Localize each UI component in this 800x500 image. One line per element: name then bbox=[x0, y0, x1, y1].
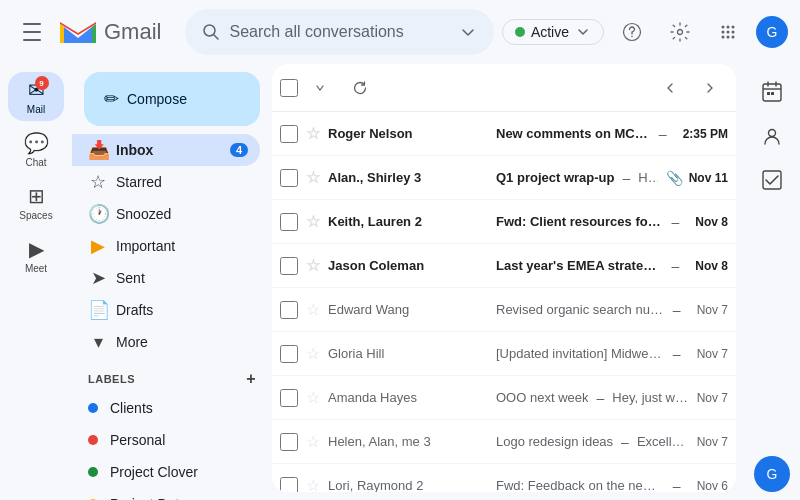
email-row[interactable]: ☆ Edward Wang Revised organic search num… bbox=[272, 288, 736, 332]
help-button[interactable] bbox=[612, 12, 652, 52]
email-subject: OOO next week bbox=[496, 390, 588, 405]
star-button[interactable]: ☆ bbox=[306, 168, 320, 187]
nav-item-more[interactable]: ▾ More bbox=[72, 326, 260, 358]
label-clients[interactable]: Clients bbox=[72, 392, 260, 424]
sidebar-item-spaces[interactable]: ⊞ Spaces bbox=[8, 178, 64, 227]
email-time: Nov 7 bbox=[697, 435, 728, 449]
sidebar-item-chat[interactable]: 💬 Chat bbox=[8, 125, 64, 174]
email-row[interactable]: ☆ Jason Coleman Last year's EMEA strateg… bbox=[272, 244, 736, 288]
email-sender: Amanda Hayes bbox=[328, 390, 488, 405]
email-separator: – bbox=[659, 126, 667, 142]
nav-item-important[interactable]: ▶ Important bbox=[72, 230, 260, 262]
select-dropdown-button[interactable] bbox=[302, 70, 338, 106]
email-separator: – bbox=[672, 214, 680, 230]
email-list: ☆ Roger Nelson New comments on MCR2020 d… bbox=[272, 112, 736, 492]
sidebar: ✏ Compose 📥 Inbox 4 ☆ Starred 🕐 Snoozed … bbox=[72, 64, 272, 500]
svg-rect-17 bbox=[767, 92, 770, 95]
email-subject: Q1 project wrap-up bbox=[496, 170, 614, 185]
sidebar-item-mail[interactable]: ✉ 9 Mail bbox=[8, 72, 64, 121]
email-time: Nov 7 bbox=[697, 347, 728, 361]
label-project-clover[interactable]: Project Clover bbox=[72, 456, 260, 488]
sidebar-item-meet[interactable]: ▶ Meet bbox=[8, 231, 64, 280]
quick-calendar-button[interactable] bbox=[752, 72, 792, 112]
prev-page-button[interactable] bbox=[652, 70, 688, 106]
email-checkbox[interactable] bbox=[280, 345, 298, 363]
settings-button[interactable] bbox=[660, 12, 700, 52]
quick-tasks-button[interactable] bbox=[752, 160, 792, 200]
avatar[interactable]: G bbox=[756, 16, 788, 48]
nav-item-inbox[interactable]: 📥 Inbox 4 bbox=[72, 134, 260, 166]
email-toolbar bbox=[272, 64, 736, 112]
star-button[interactable]: ☆ bbox=[306, 300, 320, 319]
star-button[interactable]: ☆ bbox=[306, 344, 320, 363]
email-checkbox[interactable] bbox=[280, 477, 298, 493]
email-row[interactable]: ☆ Lori, Raymond 2 Fwd: Feedback on the n… bbox=[272, 464, 736, 492]
svg-point-7 bbox=[722, 26, 725, 29]
nav-item-starred[interactable]: ☆ Starred bbox=[72, 166, 260, 198]
email-separator: – bbox=[596, 390, 604, 406]
menu-icon[interactable] bbox=[12, 12, 52, 52]
labels-section-title: LABELS + bbox=[72, 358, 272, 392]
email-row[interactable]: ☆ Roger Nelson New comments on MCR2020 d… bbox=[272, 112, 736, 156]
email-content: New comments on MCR2020 draft presentati… bbox=[496, 126, 675, 142]
email-preview: Excellent. Do have you have time to meet… bbox=[637, 434, 689, 449]
email-row[interactable]: ☆ Keith, Lauren 2 Fwd: Client resources … bbox=[272, 200, 736, 244]
select-all-checkbox[interactable] bbox=[280, 79, 298, 97]
next-page-button[interactable] bbox=[692, 70, 728, 106]
nav-item-drafts[interactable]: 📄 Drafts bbox=[72, 294, 260, 326]
email-checkbox[interactable] bbox=[280, 125, 298, 143]
quick-avatar-button[interactable]: G bbox=[754, 456, 790, 492]
quick-contacts-button[interactable] bbox=[752, 116, 792, 156]
email-meta: 📎 Nov 11 bbox=[666, 170, 728, 186]
star-button[interactable]: ☆ bbox=[306, 388, 320, 407]
email-row[interactable]: ☆ Alan., Shirley 3 Q1 project wrap-up – … bbox=[272, 156, 736, 200]
search-dropdown-icon[interactable] bbox=[458, 22, 478, 42]
chat-label: Chat bbox=[25, 157, 46, 168]
email-sender: Lori, Raymond 2 bbox=[328, 478, 488, 492]
email-checkbox[interactable] bbox=[280, 433, 298, 451]
important-icon: ▶ bbox=[88, 235, 108, 257]
email-subject: Revised organic search numbers bbox=[496, 302, 665, 317]
email-time: Nov 6 bbox=[697, 479, 728, 493]
label-personal[interactable]: Personal bbox=[72, 424, 260, 456]
email-checkbox[interactable] bbox=[280, 213, 298, 231]
email-meta: Nov 6 bbox=[697, 479, 728, 493]
label-project-dot[interactable]: Project Dot bbox=[72, 488, 260, 500]
email-meta: Nov 7 bbox=[697, 435, 728, 449]
status-pill[interactable]: Active bbox=[502, 19, 604, 45]
email-row[interactable]: ☆ Helen, Alan, me 3 Logo redesign ideas … bbox=[272, 420, 736, 464]
snoozed-label: Snoozed bbox=[116, 206, 248, 222]
svg-point-19 bbox=[769, 130, 776, 137]
email-checkbox[interactable] bbox=[280, 169, 298, 187]
star-button[interactable]: ☆ bbox=[306, 124, 320, 143]
star-button[interactable]: ☆ bbox=[306, 432, 320, 451]
email-checkbox[interactable] bbox=[280, 301, 298, 319]
label-color-dot bbox=[88, 467, 98, 477]
apps-button[interactable] bbox=[708, 12, 748, 52]
star-button[interactable]: ☆ bbox=[306, 476, 320, 492]
star-button[interactable]: ☆ bbox=[306, 212, 320, 231]
add-label-button[interactable]: + bbox=[246, 370, 256, 388]
email-meta: 2:35 PM bbox=[683, 127, 728, 141]
compose-button[interactable]: ✏ Compose bbox=[84, 72, 260, 126]
svg-point-5 bbox=[631, 36, 633, 38]
email-preview: Here's a list of all the top challenges … bbox=[638, 170, 657, 185]
star-button[interactable]: ☆ bbox=[306, 256, 320, 275]
email-separator: – bbox=[673, 478, 681, 493]
email-subject: Logo redesign ideas bbox=[496, 434, 613, 449]
email-checkbox[interactable] bbox=[280, 257, 298, 275]
svg-point-9 bbox=[732, 26, 735, 29]
inbox-badge: 4 bbox=[230, 143, 248, 157]
email-sender: Roger Nelson bbox=[328, 126, 488, 141]
logo-text: Gmail bbox=[104, 19, 161, 45]
nav-item-snoozed[interactable]: 🕐 Snoozed bbox=[72, 198, 260, 230]
pagination bbox=[652, 70, 728, 106]
refresh-button[interactable] bbox=[342, 70, 378, 106]
nav-item-sent[interactable]: ➤ Sent bbox=[72, 262, 260, 294]
email-checkbox[interactable] bbox=[280, 389, 298, 407]
email-row[interactable]: ☆ Amanda Hayes OOO next week – Hey, just… bbox=[272, 376, 736, 420]
search-input[interactable] bbox=[229, 23, 449, 41]
email-content: [Updated invitation] Midwest retail sale… bbox=[496, 346, 689, 362]
email-sender: Helen, Alan, me 3 bbox=[328, 434, 488, 449]
email-row[interactable]: ☆ Gloria Hill [Updated invitation] Midwe… bbox=[272, 332, 736, 376]
